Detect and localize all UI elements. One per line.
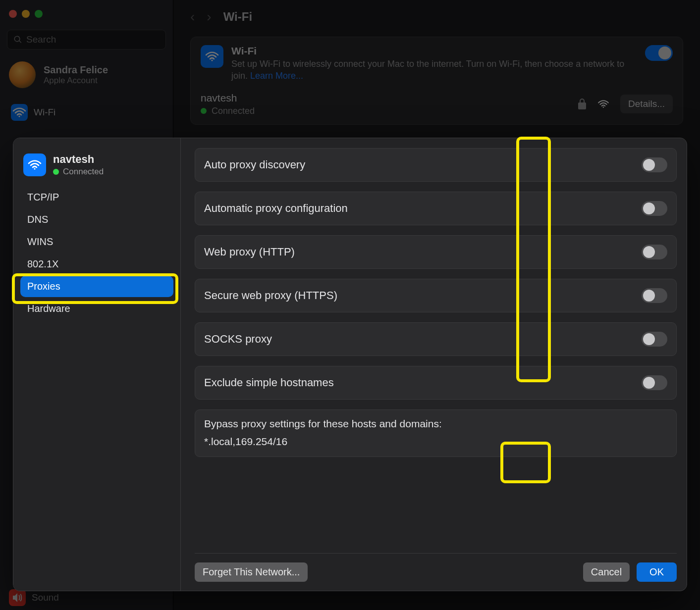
toggle-label: Exclude simple hostnames	[204, 376, 642, 389]
sheet-network-name: navtesh	[53, 153, 104, 166]
toggle-label: SOCKS proxy	[204, 333, 642, 346]
forget-network-button[interactable]: Forget This Network...	[195, 562, 308, 582]
bypass-value[interactable]: *.local,169.254/16	[204, 436, 667, 448]
socks-proxy-row: SOCKS proxy	[195, 322, 677, 356]
cancel-button[interactable]: Cancel	[583, 562, 630, 582]
toggle-label: Automatic proxy configuration	[204, 202, 642, 215]
status-dot-icon	[53, 169, 59, 175]
sheet-sidebar: navtesh Connected TCP/IP DNS WINS 802.1X…	[13, 138, 181, 591]
tab-8021x[interactable]: 802.1X	[20, 254, 173, 275]
secure-web-proxy-https-toggle[interactable]	[642, 288, 667, 303]
ok-button[interactable]: OK	[637, 562, 677, 582]
wifi-icon	[23, 153, 46, 176]
network-details-sheet: navtesh Connected TCP/IP DNS WINS 802.1X…	[13, 138, 687, 591]
toggle-label: Web proxy (HTTP)	[204, 246, 642, 258]
automatic-proxy-config-row: Automatic proxy configuration	[195, 192, 677, 225]
bypass-proxy-box: Bypass proxy settings for these hosts an…	[195, 409, 677, 457]
sheet-network-header: navtesh Connected	[20, 150, 173, 186]
sheet-footer: Forget This Network... Cancel OK	[195, 553, 677, 582]
sheet-content: Auto proxy discovery Automatic proxy con…	[181, 138, 687, 591]
secure-web-proxy-https-row: Secure web proxy (HTTPS)	[195, 279, 677, 312]
tab-dns[interactable]: DNS	[20, 209, 173, 230]
socks-proxy-toggle[interactable]	[642, 332, 667, 347]
bypass-label: Bypass proxy settings for these hosts an…	[204, 418, 667, 430]
svg-point-3	[34, 168, 35, 169]
sheet-network-status: Connected	[53, 167, 104, 177]
tab-hardware[interactable]: Hardware	[20, 298, 173, 319]
tab-wins[interactable]: WINS	[20, 231, 173, 253]
exclude-simple-hostnames-row: Exclude simple hostnames	[195, 366, 677, 400]
automatic-proxy-config-toggle[interactable]	[642, 201, 667, 216]
exclude-simple-hostnames-toggle[interactable]	[642, 375, 667, 390]
web-proxy-http-row: Web proxy (HTTP)	[195, 235, 677, 269]
web-proxy-http-toggle[interactable]	[642, 245, 667, 259]
tab-tcpip[interactable]: TCP/IP	[20, 187, 173, 208]
tab-proxies[interactable]: Proxies	[20, 276, 173, 297]
auto-proxy-discovery-row: Auto proxy discovery	[195, 148, 677, 182]
toggle-label: Secure web proxy (HTTPS)	[204, 289, 642, 302]
toggle-label: Auto proxy discovery	[204, 158, 642, 171]
auto-proxy-discovery-toggle[interactable]	[642, 157, 667, 172]
